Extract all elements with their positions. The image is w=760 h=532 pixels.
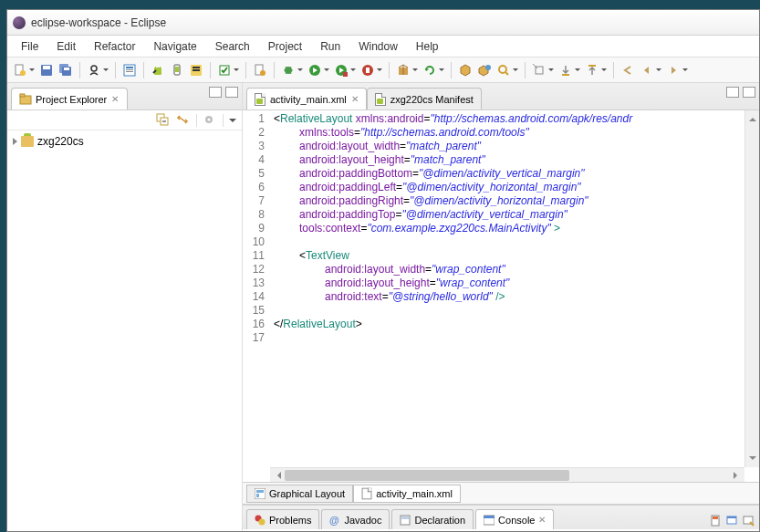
editor-page-tabs: Graphical Layout activity_main.xml	[243, 482, 759, 504]
scrollbar-thumb[interactable]	[285, 470, 569, 481]
editor-tab-manifest[interactable]: zxg220cs Manifest	[367, 88, 482, 110]
scroll-down-button[interactable]	[745, 453, 759, 467]
avd-manager-button[interactable]	[168, 61, 186, 79]
open-type-button[interactable]	[456, 61, 474, 79]
titlebar[interactable]: eclipse-workspace - Eclipse	[7, 10, 759, 36]
scroll-up-button[interactable]	[745, 110, 759, 125]
forward-button[interactable]	[664, 61, 682, 79]
tree-item-project[interactable]: zxg220cs	[13, 134, 236, 149]
new-package-button[interactable]	[394, 61, 412, 79]
svg-rect-11	[126, 71, 133, 72]
separator	[525, 62, 526, 78]
svg-rect-39	[255, 488, 265, 499]
tab-label: Console	[498, 515, 535, 526]
scroll-right-button[interactable]	[730, 468, 744, 482]
search-button[interactable]	[495, 61, 513, 79]
view-controls	[209, 87, 238, 98]
project-explorer-label: Project Explorer	[36, 94, 107, 105]
run-last-button[interactable]	[332, 61, 350, 79]
svg-rect-24	[343, 72, 348, 77]
save-all-button[interactable]	[57, 61, 75, 79]
project-label: zxg220cs	[37, 135, 84, 148]
editor-tab-activity-main[interactable]: activity_main.xml ✕	[246, 88, 367, 110]
back-button[interactable]	[638, 61, 656, 79]
page-tab-label: Graphical Layout	[269, 488, 345, 499]
close-icon[interactable]: ✕	[110, 95, 120, 104]
new-java-class-button[interactable]	[251, 61, 269, 79]
project-explorer-tab[interactable]: Project Explorer ✕	[11, 88, 128, 110]
problems-tab[interactable]: Problems	[246, 509, 319, 529]
save-button[interactable]	[37, 61, 56, 79]
close-icon[interactable]: ✕	[538, 515, 546, 525]
next-annotation-button[interactable]	[557, 61, 575, 79]
menu-window[interactable]: Window	[350, 38, 406, 55]
javadoc-tab[interactable]: @ Javadoc	[321, 509, 390, 529]
menu-edit[interactable]: Edit	[48, 38, 84, 55]
back-history-button[interactable]	[619, 61, 637, 79]
editor-tab-bar: activity_main.xml ✕ zxg220cs Manifest	[243, 83, 759, 110]
editor-area: activity_main.xml ✕ zxg220cs Manifest 12…	[243, 83, 759, 504]
svg-rect-16	[193, 67, 200, 68]
minimize-editor-button[interactable]	[726, 87, 739, 98]
scroll-left-button[interactable]	[270, 468, 285, 482]
editor-body: 1234567891011121314151617 <RelativeLayou…	[243, 110, 759, 467]
toggle-mark-button[interactable]	[530, 61, 548, 79]
collapse-all-button[interactable]	[156, 113, 171, 128]
svg-rect-34	[20, 94, 25, 97]
menu-file[interactable]: File	[13, 38, 47, 55]
svg-rect-17	[193, 69, 200, 71]
separator	[210, 62, 211, 78]
project-tree[interactable]: zxg220cs	[7, 130, 242, 152]
debug-button[interactable]	[279, 61, 297, 79]
menu-run[interactable]: Run	[312, 38, 349, 55]
close-icon[interactable]: ✕	[351, 94, 359, 104]
focus-task-button[interactable]	[203, 113, 217, 128]
declaration-icon	[400, 515, 411, 526]
menu-help[interactable]: Help	[408, 38, 447, 55]
layout-icon	[255, 488, 265, 499]
javadoc-icon: @	[329, 515, 340, 526]
toggle-breadcrumb-button[interactable]	[120, 61, 139, 79]
menubar: File Edit Refactor Navigate Search Proje…	[7, 36, 759, 57]
refresh-button[interactable]	[421, 61, 439, 79]
horizontal-scrollbar[interactable]	[270, 467, 744, 482]
menu-refactor[interactable]: Refactor	[86, 38, 143, 55]
display-console-button[interactable]	[726, 515, 739, 527]
line-number-gutter: 1234567891011121314151617	[243, 110, 270, 467]
expand-arrow-icon[interactable]	[13, 138, 17, 145]
bottom-view-area: Problems @ Javadoc Declaration Console ✕	[243, 504, 759, 531]
build-button[interactable]	[215, 61, 234, 79]
run-button[interactable]	[306, 61, 324, 79]
editor-tab-label: zxg220cs Manifest	[390, 94, 474, 105]
source-tab[interactable]: activity_main.xml	[353, 485, 461, 503]
menu-search[interactable]: Search	[207, 38, 258, 55]
svg-rect-40	[256, 490, 264, 493]
external-tools-button[interactable]	[359, 61, 377, 79]
maximize-view-button[interactable]	[225, 87, 238, 98]
perspective-button[interactable]	[85, 61, 103, 79]
declaration-tab[interactable]: Declaration	[391, 509, 474, 529]
vertical-scrollbar[interactable]	[744, 110, 759, 467]
new-button[interactable]	[11, 61, 29, 79]
menu-navigate[interactable]: Navigate	[145, 38, 204, 55]
console-icon	[484, 515, 495, 526]
sdk-manager-button[interactable]	[149, 61, 167, 79]
lint-button[interactable]	[187, 61, 205, 79]
console-tab[interactable]: Console ✕	[475, 509, 554, 529]
menu-project[interactable]: Project	[260, 38, 310, 55]
pin-console-button[interactable]	[710, 515, 723, 527]
problems-icon	[255, 515, 265, 526]
page-tab-label: activity_main.xml	[376, 488, 453, 499]
link-editor-button[interactable]	[176, 113, 191, 128]
minimize-view-button[interactable]	[209, 87, 222, 98]
open-task-button[interactable]	[475, 61, 494, 79]
open-console-button[interactable]	[743, 515, 755, 527]
view-menu-button[interactable]	[229, 119, 236, 126]
svg-rect-14	[175, 67, 179, 72]
view-tab-bar: Project Explorer ✕	[7, 83, 242, 110]
maximize-editor-button[interactable]	[743, 87, 755, 98]
prev-annotation-button[interactable]	[583, 61, 601, 79]
code-area[interactable]: <RelativeLayout xmlns:android="http://sc…	[270, 110, 744, 467]
graphical-layout-tab[interactable]: Graphical Layout	[246, 485, 353, 503]
svg-rect-32	[588, 65, 596, 67]
